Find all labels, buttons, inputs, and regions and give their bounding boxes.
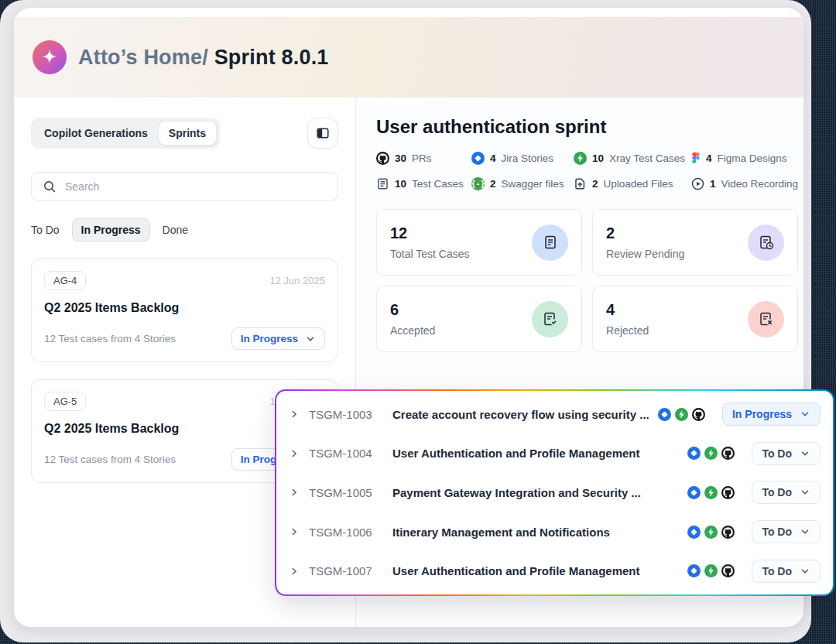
summary-value: 12 bbox=[390, 224, 469, 242]
filter-in-progress[interactable]: In Progress bbox=[72, 218, 150, 242]
row-status-label: To Do bbox=[762, 526, 792, 538]
app-header: Atto’s Home/ Sprint 8.0.1 bbox=[14, 17, 803, 98]
stat-label: Video Recording bbox=[721, 178, 799, 190]
expand-chevron-icon[interactable] bbox=[289, 526, 300, 537]
stat-label: Xray Test Cases bbox=[609, 152, 685, 164]
test-case-id: TSGM-1003 bbox=[309, 408, 383, 421]
test-case-row[interactable]: TSGM-1004 User Authentication and Profil… bbox=[276, 434, 833, 474]
test-case-id: TSGM-1006 bbox=[309, 526, 383, 539]
stat-count: 2 bbox=[490, 178, 496, 190]
expand-chevron-icon[interactable] bbox=[289, 448, 300, 459]
stat-label: Jira Stories bbox=[502, 152, 554, 164]
test-case-title: Payment Gateway Integration and Security… bbox=[392, 486, 678, 499]
xray-icon bbox=[704, 526, 718, 539]
github-icon bbox=[721, 447, 735, 460]
sprint-card-ag4[interactable]: AG-4 12 Jun 2025 Q2 2025 Items Backlog 1… bbox=[31, 259, 338, 362]
document-x-icon bbox=[748, 301, 784, 337]
row-status-dropdown[interactable]: In Progress bbox=[722, 402, 821, 426]
card-id-badge: AG-5 bbox=[44, 392, 86, 411]
xray-icon bbox=[675, 408, 688, 421]
test-case-title: Create account recovery flow using secur… bbox=[392, 408, 649, 421]
summary-card-review-pending: 2 Review Pending bbox=[592, 209, 798, 276]
test-case-title: Itinerary Management and Notifications bbox=[392, 526, 678, 539]
breadcrumb: Atto’s Home/ bbox=[78, 46, 208, 69]
card-subtitle: 12 Test cases from 4 Stories bbox=[44, 333, 176, 344]
chevron-down-icon bbox=[800, 448, 810, 459]
chevron-down-icon bbox=[800, 526, 810, 537]
expand-chevron-icon[interactable] bbox=[289, 487, 300, 498]
summary-value: 6 bbox=[390, 301, 435, 319]
test-case-row[interactable]: TSGM-1005 Payment Gateway Integration an… bbox=[276, 473, 833, 512]
filter-todo[interactable]: To Do bbox=[31, 224, 60, 236]
document-icon bbox=[532, 224, 568, 261]
search-bar[interactable] bbox=[31, 172, 338, 201]
test-case-title: User Authentication and Profile Manageme… bbox=[392, 564, 678, 577]
github-icon bbox=[721, 526, 735, 539]
summary-label: Rejected bbox=[606, 324, 649, 337]
jira-icon bbox=[471, 152, 485, 165]
row-status-label: To Do bbox=[762, 486, 792, 498]
test-case-row[interactable]: TSGM-1006 Itinerary Management and Notif… bbox=[276, 512, 833, 552]
row-status-dropdown[interactable]: To Do bbox=[752, 442, 821, 465]
sprint-heading: User authentication sprint bbox=[376, 116, 798, 138]
github-icon bbox=[721, 564, 735, 577]
collapse-panel-button[interactable] bbox=[307, 118, 338, 149]
tab-copilot-generations[interactable]: Copilot Generations bbox=[34, 122, 158, 145]
summary-card-total: 12 Total Test Cases bbox=[376, 209, 582, 276]
view-switcher: Copilot Generations Sprints bbox=[31, 118, 220, 149]
search-icon bbox=[43, 180, 57, 194]
video-icon bbox=[691, 177, 704, 190]
stat-count: 10 bbox=[592, 152, 604, 164]
stat-count: 1 bbox=[710, 178, 716, 190]
expand-chevron-icon[interactable] bbox=[289, 566, 300, 577]
filter-done[interactable]: Done bbox=[163, 224, 188, 236]
github-icon bbox=[376, 152, 389, 165]
chevron-down-icon bbox=[305, 334, 316, 344]
row-status-dropdown[interactable]: To Do bbox=[752, 481, 821, 504]
xray-icon bbox=[574, 152, 587, 165]
test-case-row[interactable]: TSGM-1003 Create account recovery flow u… bbox=[276, 395, 833, 434]
row-status-dropdown[interactable]: To Do bbox=[752, 520, 821, 543]
summary-card-rejected: 4 Rejected bbox=[592, 286, 798, 352]
atto-logo bbox=[33, 40, 67, 74]
stat-jira-stories: 4 Jira Stories bbox=[471, 152, 574, 165]
stat-count: 2 bbox=[592, 178, 598, 190]
row-status-label: To Do bbox=[762, 565, 792, 577]
stat-xray-test-cases: 10 Xray Test Cases bbox=[574, 152, 691, 165]
sprint-stats: 30 PRs 4 Jira Stories 10 Xray Test Cases bbox=[376, 152, 798, 190]
summary-cards: 12 Total Test Cases 2 Review Pending bbox=[376, 209, 798, 352]
summary-label: Accepted bbox=[390, 324, 435, 337]
github-icon bbox=[692, 408, 705, 421]
panel-left-icon bbox=[315, 125, 331, 141]
stat-test-cases: 10 Test Cases bbox=[376, 177, 471, 190]
stat-label: Swagger files bbox=[502, 178, 564, 190]
test-case-id: TSGM-1007 bbox=[309, 564, 383, 577]
sparkle-icon bbox=[39, 47, 60, 67]
expand-chevron-icon[interactable] bbox=[289, 409, 300, 420]
summary-card-accepted: 6 Accepted bbox=[376, 286, 582, 352]
github-icon bbox=[721, 486, 735, 499]
card-status-label: In Progress bbox=[241, 333, 298, 344]
swagger-icon: {-} bbox=[471, 177, 485, 190]
tab-sprints[interactable]: Sprints bbox=[158, 121, 217, 146]
figma-icon bbox=[691, 152, 701, 165]
row-status-dropdown[interactable]: To Do bbox=[752, 560, 821, 583]
status-filters: To Do In Progress Done bbox=[31, 218, 338, 242]
document-clock-icon bbox=[748, 224, 784, 261]
jira-icon bbox=[687, 526, 701, 539]
test-case-row[interactable]: TSGM-1007 User Authentication and Profil… bbox=[276, 551, 833, 591]
stat-prs: 30 PRs bbox=[376, 152, 471, 165]
search-input[interactable] bbox=[65, 180, 327, 193]
test-case-id: TSGM-1004 bbox=[309, 447, 383, 460]
card-status-dropdown[interactable]: In Progress bbox=[231, 327, 325, 350]
stat-swagger-files: {-} 2 Swagger files bbox=[471, 177, 574, 190]
stat-count: 4 bbox=[490, 152, 496, 164]
summary-label: Review Pending bbox=[606, 248, 684, 260]
summary-value: 2 bbox=[606, 224, 684, 242]
card-title: Q2 2025 Items Backlog bbox=[44, 301, 325, 315]
card-subtitle: 12 Test cases from 4 Stories bbox=[44, 454, 176, 465]
page-title: Atto’s Home/ Sprint 8.0.1 bbox=[78, 46, 329, 70]
card-date: 12 Jun 2025 bbox=[269, 275, 325, 286]
xray-icon bbox=[704, 486, 718, 499]
stat-uploaded-files: 2 Uploaded Files bbox=[574, 177, 691, 190]
